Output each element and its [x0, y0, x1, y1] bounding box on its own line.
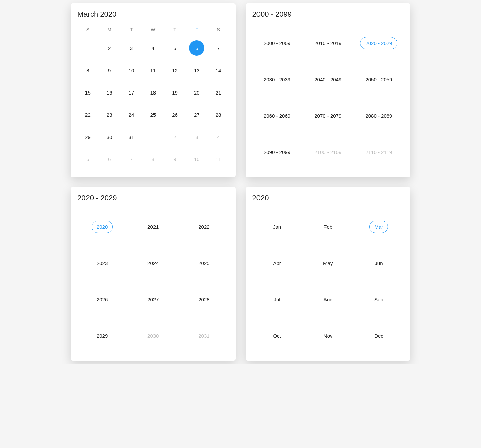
day-cell: 9 — [164, 148, 186, 170]
month-cell[interactable]: Jun — [353, 245, 404, 281]
day-cell[interactable]: 17 — [121, 81, 142, 104]
day-cell[interactable]: 4 — [142, 37, 164, 59]
decade-cell[interactable]: 2000 - 2009 — [252, 25, 303, 61]
day-cell[interactable]: 2 — [99, 37, 121, 59]
day-cell: 3 — [186, 126, 208, 148]
decade-cell[interactable]: 2020 - 2029 — [353, 25, 404, 61]
day-cell[interactable]: 28 — [208, 104, 230, 126]
year-cell[interactable]: 2022 — [178, 209, 229, 245]
month-grid: JanFebMarAprMayJunJulAugSepOctNovDec — [252, 209, 405, 354]
decade-cell[interactable]: 2060 - 2069 — [252, 98, 303, 134]
century-view-title[interactable]: 2000 - 2099 — [252, 10, 405, 19]
day-cell[interactable]: 8 — [77, 59, 99, 81]
weekday-label: T — [121, 25, 142, 34]
day-cell[interactable]: 25 — [142, 104, 164, 126]
day-cell[interactable]: 3 — [121, 37, 142, 59]
day-cell[interactable]: 10 — [121, 59, 142, 81]
day-cell[interactable]: 9 — [99, 59, 121, 81]
day-cell[interactable]: 5 — [164, 37, 186, 59]
decade-cell: 2100 - 2109 — [303, 134, 353, 170]
day-cell[interactable]: 1 — [77, 37, 99, 59]
year-cell[interactable]: 2024 — [128, 245, 178, 281]
month-cell[interactable]: Oct — [252, 318, 303, 354]
day-cell[interactable]: 19 — [164, 81, 186, 104]
day-cell: 7 — [121, 148, 142, 170]
day-cell[interactable]: 29 — [77, 126, 99, 148]
day-cell[interactable]: 13 — [186, 59, 208, 81]
day-cell: 4 — [208, 126, 230, 148]
year-cell[interactable]: 2026 — [77, 281, 128, 318]
month-cell[interactable]: Jan — [252, 209, 303, 245]
weekday-label: S — [77, 25, 99, 34]
decade-cell: 2110 - 2119 — [353, 134, 404, 170]
year-cell[interactable]: 2027 — [128, 281, 178, 318]
month-cell[interactable]: Sep — [353, 281, 404, 318]
day-cell[interactable]: 14 — [208, 59, 230, 81]
month-cell[interactable]: Nov — [303, 318, 353, 354]
day-cell[interactable]: 21 — [208, 81, 230, 104]
day-cell: 6 — [99, 148, 121, 170]
weekday-label: M — [99, 25, 121, 34]
month-cell[interactable]: Mar — [353, 209, 404, 245]
day-cell[interactable]: 30 — [99, 126, 121, 148]
day-cell[interactable]: 7 — [208, 37, 230, 59]
day-cell: 5 — [77, 148, 99, 170]
day-view-title[interactable]: March 2020 — [77, 10, 230, 19]
day-cell: 10 — [186, 148, 208, 170]
decade-cell[interactable]: 2030 - 2039 — [252, 61, 303, 98]
weekday-label: S — [208, 25, 230, 34]
weekday-label: W — [142, 25, 164, 34]
month-cell[interactable]: Apr — [252, 245, 303, 281]
year-grid: 2020202120222023202420252026202720282029… — [77, 209, 230, 354]
day-cell[interactable]: 23 — [99, 104, 121, 126]
day-cell[interactable]: 24 — [121, 104, 142, 126]
day-cell[interactable]: 20 — [186, 81, 208, 104]
day-grid: 1234567891011121314151617181920212223242… — [77, 37, 230, 170]
decade-grid: 2000 - 20092010 - 20192020 - 20292030 - … — [252, 25, 405, 170]
day-cell[interactable]: 11 — [142, 59, 164, 81]
calendar-decade-view: 2020 - 2029 2020202120222023202420252026… — [71, 187, 236, 361]
calendar-month-view: 2020 JanFebMarAprMayJunJulAugSepOctNovDe… — [246, 187, 411, 361]
day-cell[interactable]: 15 — [77, 81, 99, 104]
year-cell: 2030 — [128, 318, 178, 354]
month-cell[interactable]: Dec — [353, 318, 404, 354]
day-cell[interactable]: 6 — [186, 37, 208, 59]
decade-cell[interactable]: 2010 - 2019 — [303, 25, 353, 61]
day-cell[interactable]: 31 — [121, 126, 142, 148]
weekday-header: SMTWTFS — [77, 25, 230, 34]
year-cell[interactable]: 2025 — [178, 245, 229, 281]
day-cell[interactable]: 18 — [142, 81, 164, 104]
year-cell[interactable]: 2029 — [77, 318, 128, 354]
decade-cell[interactable]: 2080 - 2089 — [353, 98, 404, 134]
month-view-title[interactable]: 2020 — [252, 194, 405, 202]
day-cell[interactable]: 26 — [164, 104, 186, 126]
decade-cell[interactable]: 2040 - 2049 — [303, 61, 353, 98]
day-cell[interactable]: 22 — [77, 104, 99, 126]
weekday-label: T — [164, 25, 186, 34]
calendar-day-view: March 2020 SMTWTFS 123456789101112131415… — [71, 3, 236, 177]
weekday-label: F — [186, 25, 208, 34]
day-cell[interactable]: 12 — [164, 59, 186, 81]
month-cell[interactable]: May — [303, 245, 353, 281]
decade-view-title[interactable]: 2020 - 2029 — [77, 194, 230, 202]
decade-cell[interactable]: 2090 - 2099 — [252, 134, 303, 170]
day-cell: 8 — [142, 148, 164, 170]
day-cell: 11 — [208, 148, 230, 170]
year-cell[interactable]: 2021 — [128, 209, 178, 245]
month-cell[interactable]: Feb — [303, 209, 353, 245]
day-cell: 2 — [164, 126, 186, 148]
month-cell[interactable]: Jul — [252, 281, 303, 318]
calendar-century-view: 2000 - 2099 2000 - 20092010 - 20192020 -… — [246, 3, 411, 177]
year-cell: 2031 — [178, 318, 229, 354]
month-cell[interactable]: Aug — [303, 281, 353, 318]
day-cell[interactable]: 27 — [186, 104, 208, 126]
decade-cell[interactable]: 2050 - 2059 — [353, 61, 404, 98]
day-cell: 1 — [142, 126, 164, 148]
year-cell[interactable]: 2020 — [77, 209, 128, 245]
year-cell[interactable]: 2028 — [178, 281, 229, 318]
day-cell[interactable]: 16 — [99, 81, 121, 104]
decade-cell[interactable]: 2070 - 2079 — [303, 98, 353, 134]
year-cell[interactable]: 2023 — [77, 245, 128, 281]
